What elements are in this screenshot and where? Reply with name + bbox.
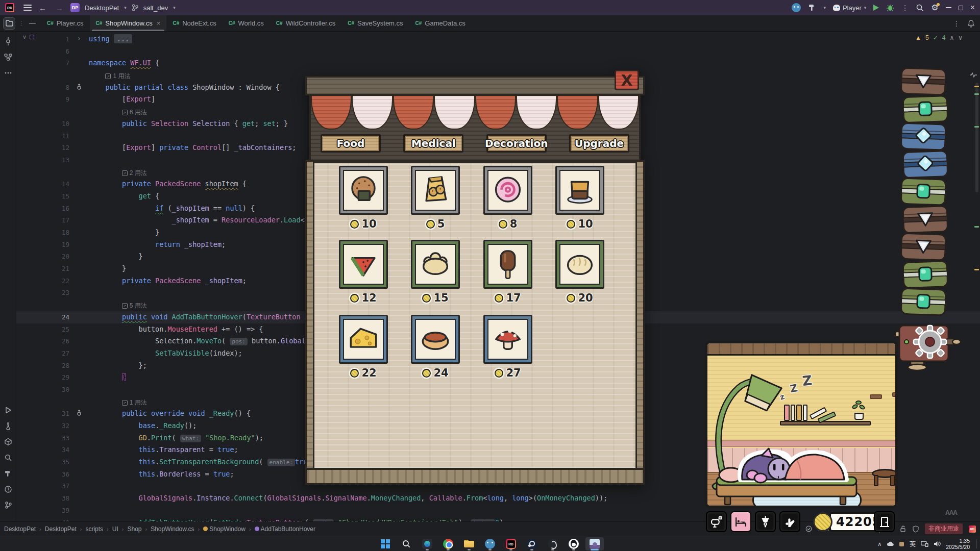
tab-player-cs[interactable]: C#Player.cs (41, 15, 90, 31)
usage-count-hint[interactable]: ↗5 用法 (122, 300, 147, 312)
breadcrumb-item[interactable]: DesktopPet (4, 525, 36, 533)
breadcrumb-item[interactable]: ShopWindow.cs (151, 525, 194, 533)
build-hammer-icon[interactable] (808, 4, 816, 12)
shop-item-hotdog[interactable] (411, 315, 460, 364)
maximize-button[interactable] (959, 6, 963, 10)
shop-item-cheese[interactable] (339, 315, 388, 364)
notifications-bell-icon[interactable] (967, 19, 975, 28)
lamp-button[interactable] (755, 511, 776, 532)
network-display-icon[interactable] (921, 541, 928, 547)
settings-gear-icon[interactable]: ⚙ (931, 4, 938, 12)
tab-wildcontroller-cs[interactable]: C#WildController.cs (270, 15, 341, 31)
shop-tab-food[interactable]: Food (321, 134, 381, 153)
taskbar-app-rider[interactable]: RD (502, 537, 520, 550)
sidebar-item-tests[interactable] (3, 420, 14, 432)
cloud-tray-icon[interactable] (887, 541, 894, 546)
taskbar-app-media[interactable] (544, 537, 562, 550)
shop-close-button[interactable]: X (615, 70, 639, 90)
clock[interactable]: 1:35 2025/5/20 (946, 538, 970, 550)
sidebar-item-packages[interactable] (3, 436, 14, 447)
forward-icon[interactable]: → (54, 4, 65, 12)
project-selector[interactable]: DesktopPet (85, 4, 119, 12)
taskbar-app-explorer[interactable] (460, 537, 478, 550)
minimize-button[interactable] (946, 7, 951, 8)
godot-editor-icon[interactable] (792, 3, 801, 12)
monitoring-pulse-icon[interactable] (970, 72, 977, 78)
rider-app-icon[interactable]: RD (5, 3, 14, 12)
shop-item-choco-pop[interactable] (483, 240, 532, 289)
shop-item-watermelon[interactable] (339, 240, 388, 289)
sleeping-pet-on-bed[interactable] (713, 431, 866, 508)
close-window-button[interactable]: × (970, 3, 975, 12)
usage-count-hint[interactable]: ↗1 用法 (105, 70, 130, 83)
override-marker-icon[interactable] (76, 82, 82, 94)
taskbar-app-qq[interactable] (565, 537, 583, 550)
taskbar-app-edge[interactable] (418, 537, 436, 550)
fold-icon[interactable]: › (77, 33, 81, 45)
tray-expand-icon[interactable]: ∧ (877, 541, 881, 547)
show-desktop-button[interactable] (976, 539, 977, 548)
tab-savesystem-cs[interactable]: C#SaveSystem.cs (341, 15, 409, 31)
project-icon[interactable]: DP (70, 3, 80, 12)
ime-indicator[interactable]: 英 (910, 540, 916, 548)
taskbar-app-start[interactable] (376, 537, 395, 550)
inspection-widget[interactable]: ▲5 ✓4 ∧ ∨ (915, 34, 963, 41)
bed-button[interactable] (730, 511, 751, 532)
breadcrumb-item[interactable]: UI (112, 525, 118, 533)
taskbar-app-steam[interactable] (523, 537, 541, 550)
app-tray-icon[interactable] (899, 541, 904, 547)
sidebar-item-problems[interactable] (3, 484, 14, 495)
breadcrumb[interactable]: DesktopPet›DesktopPet›scripts›UI›Shop›Sh… (4, 525, 315, 533)
security-shield-icon[interactable] (913, 525, 919, 533)
more-actions-icon[interactable]: ⋮ (901, 4, 909, 12)
branch-selector[interactable]: salt_dev (143, 4, 168, 12)
run-button[interactable] (873, 5, 879, 11)
override-marker-icon[interactable] (76, 408, 82, 420)
license-notice[interactable]: 非商业用途 (925, 523, 963, 534)
mailbox-button[interactable] (706, 511, 727, 532)
sidebar-item-search[interactable] (3, 452, 14, 463)
usage-count-hint[interactable]: ↗2 用法 (122, 167, 147, 180)
close-tab-icon[interactable]: × (157, 19, 161, 27)
tab-options-icon[interactable]: ⋮ (953, 19, 960, 28)
taskbar-app-desktoppet[interactable] (585, 537, 604, 550)
breadcrumb-item[interactable]: ShopWindow (203, 525, 246, 533)
breadcrumb-item[interactable]: AddTabButtonHover (255, 525, 315, 533)
usage-count-hint[interactable]: ↗6 用法 (122, 107, 147, 119)
shop-tab-medical[interactable]: Medical (403, 134, 463, 153)
sidebar-item-vcs[interactable] (3, 499, 14, 511)
editor-scrollbar[interactable] (973, 32, 980, 521)
gear-machine[interactable] (899, 316, 955, 374)
shop-item-cookie-bag[interactable] (411, 166, 460, 215)
shop-item-mushroom[interactable] (483, 315, 532, 364)
shop-tab-decoration[interactable]: Decoration (486, 134, 547, 153)
tab-gamedata-cs[interactable]: C#GameData.cs (409, 15, 472, 31)
sidebar-item-more[interactable] (3, 67, 14, 79)
taskbar-app-godot[interactable] (481, 537, 499, 550)
next-issue-icon[interactable]: ∨ (958, 34, 963, 41)
breadcrumb-item[interactable]: Shop (127, 525, 141, 533)
door-button[interactable] (874, 511, 895, 532)
shop-tab-upgrade[interactable]: Upgrade (569, 134, 629, 153)
sidebar-item-structure[interactable] (3, 52, 14, 63)
shop-item-dumpling[interactable] (411, 240, 460, 289)
hand-button[interactable] (779, 511, 800, 532)
taskbar-app-search[interactable] (397, 537, 415, 550)
project-tool-window-button[interactable] (3, 17, 15, 30)
scrollbar-thumb[interactable] (975, 83, 978, 192)
breadcrumb-item[interactable]: scripts (85, 525, 103, 533)
chest-green-emerald[interactable] (899, 287, 956, 319)
volume-icon[interactable] (934, 541, 941, 547)
chevron-down-icon[interactable]: ▾ (823, 5, 826, 10)
sidebar-item-commit[interactable] (3, 36, 14, 47)
debug-button[interactable] (886, 4, 894, 12)
lock-open-icon[interactable] (900, 525, 906, 533)
tab-nodeext-cs[interactable]: C#NodeExt.cs (166, 15, 222, 31)
hide-tool-window-icon[interactable]: — (29, 19, 36, 27)
shop-item-bread[interactable] (555, 240, 604, 289)
taskbar-app-chrome[interactable] (439, 537, 457, 550)
usage-count-hint[interactable]: ↗1 用法 (122, 397, 147, 409)
tab-world-cs[interactable]: C#World.cs (223, 15, 270, 31)
run-configuration[interactable]: Player▾ (833, 4, 866, 12)
search-icon[interactable] (916, 4, 924, 12)
